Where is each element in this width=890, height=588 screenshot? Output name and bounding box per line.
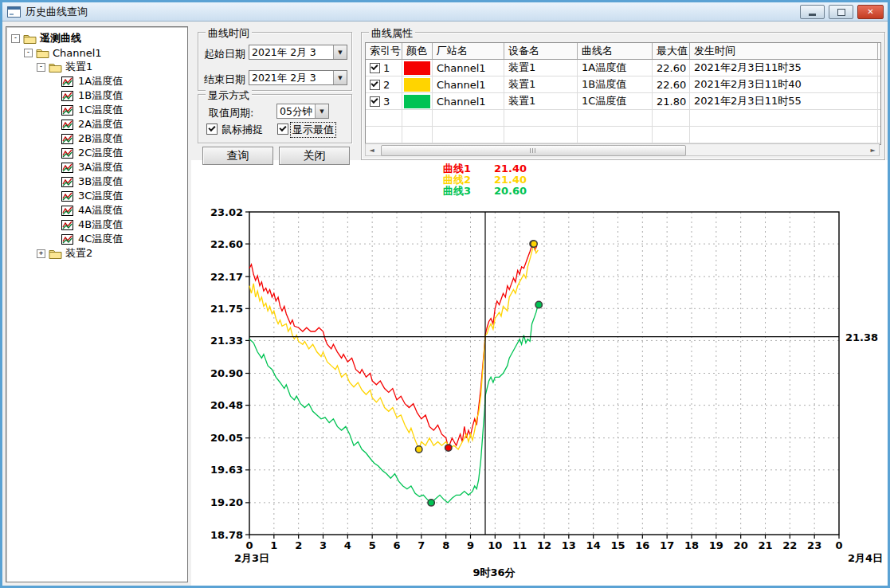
folder-icon bbox=[23, 33, 37, 44]
chevron-down-icon[interactable]: ▼ bbox=[315, 104, 328, 118]
show-extremes-checkbox[interactable] bbox=[277, 123, 288, 135]
end-date-label: 结束日期 bbox=[204, 73, 245, 87]
tree-item-label: 2A温度值 bbox=[78, 117, 123, 131]
curve-visible-checkbox[interactable] bbox=[370, 63, 380, 73]
x-axis-tick-label: 22 bbox=[782, 539, 797, 551]
table-row[interactable]: 2Channel1装置11B温度值22.602021年2月3日11时40 bbox=[366, 76, 880, 93]
empty-cell bbox=[402, 110, 433, 126]
minimize-button[interactable] bbox=[800, 5, 825, 19]
legend-value: 21.40 bbox=[494, 163, 527, 174]
show-extremes-label: 显示最值 bbox=[291, 123, 335, 137]
expand-toggle-icon[interactable]: + bbox=[37, 249, 45, 258]
legend-item: 曲线221.40 bbox=[443, 174, 527, 186]
empty-cell bbox=[433, 110, 504, 126]
scrollbar-track[interactable] bbox=[378, 144, 867, 155]
query-button[interactable]: 查询 bbox=[202, 147, 273, 165]
title-bar[interactable]: 历史曲线查询 bbox=[2, 2, 888, 22]
close-icon: ✕ bbox=[867, 8, 873, 16]
x-axis-tick-label: 10 bbox=[488, 539, 502, 551]
y-axis-tick-label: 20.90 bbox=[210, 367, 243, 379]
tree-item-4A温度值[interactable]: 4A温度值 bbox=[6, 203, 187, 218]
maximize-button[interactable] bbox=[829, 5, 853, 19]
tree-item-4B温度值[interactable]: 4B温度值 bbox=[6, 218, 187, 232]
collapse-toggle-icon[interactable]: - bbox=[37, 63, 45, 72]
chevron-down-icon[interactable]: ▼ bbox=[333, 71, 347, 84]
x-axis-tick-label: 0 bbox=[245, 539, 253, 551]
tree-item-label: 1C温度值 bbox=[78, 103, 123, 117]
column-header: 发生时间 bbox=[690, 43, 878, 59]
close-dialog-button[interactable]: 关闭 bbox=[279, 147, 350, 165]
time-cell: 2021年2月3日11时55 bbox=[690, 93, 878, 109]
legend-item: 曲线320.60 bbox=[443, 186, 527, 197]
tree-item-2B温度值[interactable]: 2B温度值 bbox=[6, 131, 187, 146]
x-axis-tick-label: 12 bbox=[537, 539, 551, 551]
curve-name-cell: 1B温度值 bbox=[578, 76, 653, 92]
station-cell: Channel1 bbox=[433, 76, 504, 92]
table-horizontal-scrollbar[interactable]: ◄ ► bbox=[365, 143, 880, 156]
extreme-marker bbox=[535, 301, 542, 308]
tree-item-label: 2C温度值 bbox=[78, 146, 123, 160]
tree-item-label: Channel1 bbox=[53, 47, 102, 59]
device-cell: 装置1 bbox=[504, 76, 578, 92]
station-cell: Channel1 bbox=[433, 93, 504, 109]
x-axis-tick-label: 16 bbox=[635, 539, 649, 551]
x-axis-tick-label: 7 bbox=[418, 539, 425, 551]
tree-item-label: 装置2 bbox=[65, 246, 92, 261]
color-cell bbox=[402, 93, 433, 109]
time-cell: 2021年2月3日11时35 bbox=[690, 60, 878, 76]
station-cell: Channel1 bbox=[433, 60, 504, 76]
tree-item-label: 4B温度值 bbox=[78, 218, 123, 232]
x-axis-tick-label: 9 bbox=[467, 539, 474, 551]
curve-icon bbox=[61, 163, 75, 173]
curve-time-group-title: 曲线时间 bbox=[206, 26, 252, 41]
tree-item-装置1[interactable]: -装置1 bbox=[6, 60, 187, 74]
collapse-toggle-icon[interactable]: - bbox=[11, 34, 20, 43]
tree-item-3B温度值[interactable]: 3B温度值 bbox=[6, 174, 187, 189]
tree-item-3C温度值[interactable]: 3C温度值 bbox=[6, 189, 187, 203]
table-row[interactable]: 3Channel1装置11C温度值21.802021年2月3日11时55 bbox=[366, 93, 880, 110]
max-value-cell: 22.60 bbox=[653, 60, 690, 76]
x-axis-tick-label: 2 bbox=[295, 539, 302, 551]
collapse-toggle-icon[interactable]: - bbox=[24, 49, 33, 57]
end-date-combobox[interactable]: 2021年 2月 3 ▼ bbox=[249, 70, 347, 85]
x-axis-tick-label: 15 bbox=[610, 539, 625, 551]
tree-item-2A温度值[interactable]: 2A温度值 bbox=[6, 117, 187, 131]
empty-cell bbox=[653, 110, 690, 126]
curve-visible-checkbox[interactable] bbox=[370, 80, 380, 90]
empty-cell bbox=[690, 110, 878, 126]
tree-item-1B温度值[interactable]: 1B温度值 bbox=[6, 88, 187, 103]
scrollbar-thumb[interactable] bbox=[381, 145, 686, 156]
tree-item-遥测曲线[interactable]: -遥测曲线 bbox=[6, 31, 187, 45]
tree-item-Channel1[interactable]: -Channel1 bbox=[6, 45, 187, 60]
curve-icon bbox=[61, 206, 75, 216]
x-axis-tick-label: 6 bbox=[393, 539, 400, 551]
tree-item-label: 1A温度值 bbox=[78, 74, 123, 88]
y-axis-tick-label: 21.33 bbox=[210, 335, 243, 347]
curve-icon bbox=[61, 120, 75, 130]
period-combobox[interactable]: 05分钟 ▼ bbox=[276, 104, 329, 119]
tree-item-3A温度值[interactable]: 3A温度值 bbox=[6, 160, 187, 174]
close-button[interactable]: ✕ bbox=[857, 5, 884, 19]
column-header: 厂站名 bbox=[433, 43, 504, 59]
start-date-combobox[interactable]: 2021年 2月 3 ▼ bbox=[249, 45, 347, 60]
x-axis-start-date: 2月3日 bbox=[234, 552, 269, 564]
tree-item-装置2[interactable]: +装置2 bbox=[6, 246, 187, 261]
scroll-right-icon[interactable]: ► bbox=[867, 144, 879, 155]
tree-item-1C温度值[interactable]: 1C温度值 bbox=[6, 103, 187, 117]
scroll-left-icon[interactable]: ◄ bbox=[366, 144, 378, 155]
crosshair-value-label: 21.38 bbox=[845, 331, 878, 343]
legend-value: 20.60 bbox=[494, 186, 527, 197]
x-axis-tick-label: 5 bbox=[369, 539, 376, 551]
tree-item-1A温度值[interactable]: 1A温度值 bbox=[6, 74, 187, 88]
telemetry-curve-tree[interactable]: -遥测曲线-Channel1-装置11A温度值1B温度值1C温度值2A温度值2B… bbox=[6, 26, 188, 582]
table-row[interactable]: 1Channel1装置11A温度值22.602021年2月3日11时35 bbox=[366, 60, 880, 76]
curve-chart[interactable]: 23.0222.6022.1721.7521.3320.9020.4820.05… bbox=[206, 196, 890, 588]
curve-visible-checkbox[interactable] bbox=[370, 96, 380, 107]
curve-name-cell: 1C温度值 bbox=[578, 93, 653, 109]
tree-item-2C温度值[interactable]: 2C温度值 bbox=[6, 146, 187, 160]
legend-value: 21.40 bbox=[494, 174, 527, 186]
curve-icon bbox=[61, 134, 75, 144]
tree-item-4C温度值[interactable]: 4C温度值 bbox=[6, 232, 187, 246]
mouse-capture-checkbox[interactable] bbox=[206, 123, 218, 135]
chevron-down-icon[interactable]: ▼ bbox=[333, 45, 347, 59]
